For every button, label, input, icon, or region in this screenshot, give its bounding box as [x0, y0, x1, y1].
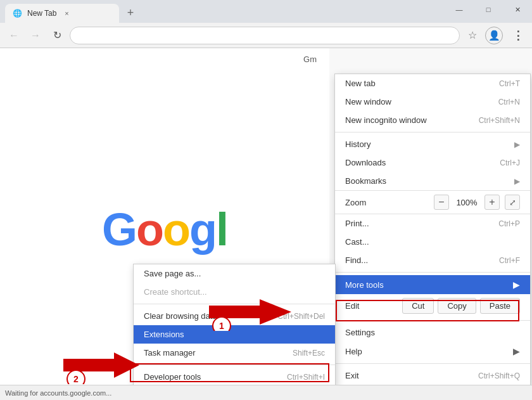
- zoom-value-display: 100%: [454, 198, 479, 207]
- content-area: Gm Googl New tab Ctrl+T New window Ctrl+…: [0, 48, 532, 385]
- address-bar[interactable]: [70, 27, 460, 44]
- menu-item-print-label: Print...: [345, 219, 369, 228]
- menu-item-more-tools[interactable]: More tools ▶: [335, 275, 530, 294]
- reload-button[interactable]: ↻: [48, 27, 66, 44]
- menu-item-bookmarks[interactable]: Bookmarks ▶: [335, 172, 530, 190]
- browser-toolbar: ← → ↻ ☆ 👤 ⋮: [0, 23, 532, 48]
- menu-item-bookmarks-label: Bookmarks: [345, 176, 386, 186]
- submenu-save-page-label: Save page as...: [144, 269, 201, 278]
- menu-item-cast[interactable]: Cast...: [335, 233, 530, 251]
- window-controls: — □ ✕: [445, 0, 532, 19]
- logo-g: G: [102, 204, 136, 255]
- menu-item-incognito-label: New incognito window: [345, 115, 427, 125]
- submenu-separator-2: [134, 365, 335, 365]
- menu-item-find-label: Find...: [345, 255, 368, 265]
- logo-o2: o: [163, 204, 189, 255]
- submenu-item-save-page[interactable]: Save page as...: [134, 264, 335, 283]
- tab-close-button[interactable]: ×: [61, 8, 72, 18]
- menu-item-bookmarks-arrow: ▶: [514, 177, 520, 186]
- annotation-arrow-1: 1: [209, 293, 291, 333]
- tab-favicon: 🌐: [13, 9, 22, 18]
- bookmark-star-button[interactable]: ☆: [464, 27, 481, 44]
- menu-item-help-label: Help: [345, 347, 362, 356]
- gm-label: Gm: [303, 55, 317, 64]
- address-input[interactable]: [78, 30, 452, 40]
- menu-item-history-arrow: ▶: [514, 140, 520, 149]
- active-tab[interactable]: 🌐 New Tab ×: [5, 4, 119, 23]
- new-tab-button[interactable]: +: [122, 4, 139, 22]
- menu-item-cast-label: Cast...: [345, 237, 369, 247]
- submenu-item-task-manager[interactable]: Task manager Shift+Esc: [134, 344, 335, 362]
- maximize-button[interactable]: □: [474, 0, 503, 19]
- menu-item-downloads[interactable]: Downloads Ctrl+J: [335, 153, 530, 172]
- menu-separator-4: [335, 363, 530, 364]
- menu-item-more-tools-label: More tools: [345, 280, 384, 290]
- menu-item-new-tab-shortcut: Ctrl+T: [499, 79, 520, 88]
- svg-text:2: 2: [73, 374, 79, 384]
- menu-separator-3: [335, 320, 530, 321]
- google-logo: Googl: [102, 203, 227, 255]
- zoom-plus-button[interactable]: +: [484, 195, 500, 210]
- menu-item-find-shortcut: Ctrl+F: [499, 256, 520, 265]
- logo-l: l: [216, 204, 227, 255]
- logo-g2: g: [189, 204, 216, 255]
- paste-button[interactable]: Paste: [480, 298, 520, 314]
- title-bar: 🌐 New Tab × + — □ ✕: [0, 0, 532, 23]
- menu-item-downloads-label: Downloads: [345, 158, 386, 167]
- submenu-item-developer-tools[interactable]: Developer tools Ctrl+Shift+I: [134, 368, 335, 385]
- minimize-button[interactable]: —: [445, 0, 474, 19]
- edit-row: Edit Cut Copy Paste: [335, 294, 530, 318]
- menu-item-new-tab[interactable]: New tab Ctrl+T: [335, 74, 530, 93]
- menu-item-exit[interactable]: Exit Ctrl+Shift+Q: [335, 366, 530, 385]
- chrome-context-menu: New tab Ctrl+T New window Ctrl+N New inc…: [334, 74, 531, 385]
- help-arrow-icon: ▶: [513, 346, 520, 356]
- status-bar: Waiting for accounts.google.com...: [0, 385, 532, 400]
- submenu-developer-tools-label: Developer tools: [144, 372, 201, 382]
- tab-title: New Tab: [27, 9, 56, 18]
- menu-separator-2: [335, 272, 530, 273]
- submenu-create-shortcut-label: Create shortcut...: [144, 287, 207, 297]
- profile-button[interactable]: 👤: [485, 27, 503, 44]
- logo-o1: o: [136, 204, 163, 255]
- svg-text:1: 1: [219, 321, 224, 331]
- menu-item-incognito[interactable]: New incognito window Ctrl+Shift+N: [335, 111, 530, 129]
- menu-item-help[interactable]: Help ▶: [335, 342, 530, 361]
- menu-item-exit-shortcut: Ctrl+Shift+Q: [478, 371, 520, 380]
- menu-item-print-shortcut: Ctrl+P: [498, 219, 520, 228]
- submenu-developer-tools-shortcut: Ctrl+Shift+I: [287, 373, 325, 382]
- chrome-window: 🌐 New Tab × + — □ ✕ ← → ↻ ☆ 👤 ⋮ Gm Googl: [0, 0, 532, 400]
- submenu-extensions-label: Extensions: [144, 330, 184, 339]
- menu-item-downloads-shortcut: Ctrl+J: [500, 158, 520, 167]
- zoom-fullscreen-button[interactable]: ⤢: [505, 195, 520, 210]
- close-button[interactable]: ✕: [503, 0, 532, 19]
- more-tools-arrow-icon: ▶: [513, 280, 520, 290]
- zoom-label: Zoom: [345, 198, 366, 207]
- submenu-task-manager-label: Task manager: [144, 348, 196, 358]
- chrome-menu-button[interactable]: ⋮: [509, 27, 527, 44]
- menu-item-new-window-shortcut: Ctrl+N: [498, 98, 520, 106]
- menu-item-history-label: History: [345, 139, 370, 149]
- menu-item-settings[interactable]: Settings: [335, 323, 530, 342]
- menu-item-exit-label: Exit: [345, 371, 359, 380]
- back-button[interactable]: ←: [5, 27, 23, 44]
- edit-label: Edit: [345, 301, 398, 311]
- cut-button[interactable]: Cut: [402, 298, 434, 314]
- menu-item-find[interactable]: Find... Ctrl+F: [335, 251, 530, 269]
- menu-item-new-tab-label: New tab: [345, 79, 376, 88]
- zoom-controls: − 100% + ⤢: [434, 195, 520, 210]
- forward-button[interactable]: →: [27, 27, 44, 44]
- menu-item-settings-label: Settings: [345, 328, 375, 337]
- menu-item-history[interactable]: History ▶: [335, 135, 530, 153]
- status-text: Waiting for accounts.google.com...: [5, 389, 111, 397]
- menu-item-new-window[interactable]: New window Ctrl+N: [335, 93, 530, 111]
- menu-separator-1: [335, 132, 530, 132]
- zoom-minus-button[interactable]: −: [434, 195, 449, 210]
- copy-button[interactable]: Copy: [438, 298, 476, 314]
- menu-item-print[interactable]: Print... Ctrl+P: [335, 214, 530, 233]
- menu-item-incognito-shortcut: Ctrl+Shift+N: [479, 116, 520, 125]
- annotation-arrow-2: 2: [63, 346, 139, 385]
- submenu-task-manager-shortcut: Shift+Esc: [293, 349, 325, 358]
- menu-item-new-window-label: New window: [345, 97, 391, 106]
- zoom-row: Zoom − 100% + ⤢: [335, 190, 530, 214]
